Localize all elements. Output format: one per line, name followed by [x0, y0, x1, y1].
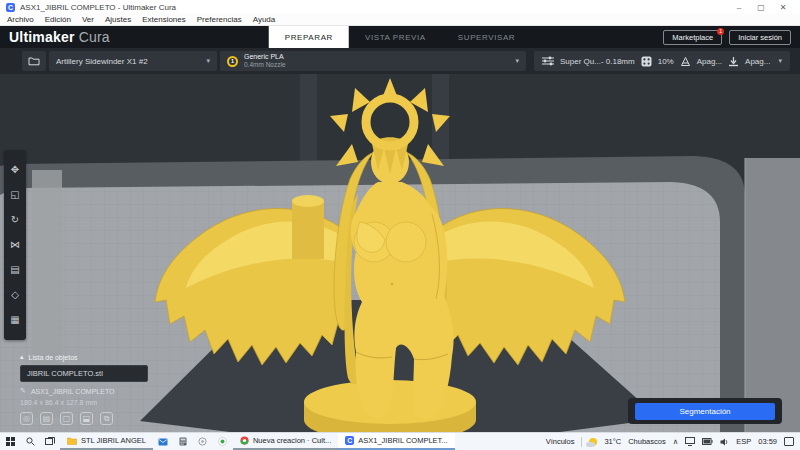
minimize-button[interactable]: – [728, 3, 750, 12]
cura-app-icon: C [345, 436, 354, 445]
infill-value: 10% [658, 57, 674, 66]
separator [581, 437, 582, 447]
object-dimensions: 180.4 x 86.4 x 127.8 mm [20, 399, 180, 406]
adhesion-icon [728, 56, 739, 67]
taskbar-browser-window[interactable]: Nueva creacion · Cult... [233, 433, 338, 450]
task-view-icon[interactable] [40, 433, 60, 450]
language-indicator[interactable]: ESP [736, 437, 751, 446]
caret-up-icon: ▴ [20, 353, 24, 361]
printer-name: Artillery Sidewinder X1 #2 [56, 57, 201, 66]
cura-header: Ultimaker Cura PREPARAR VISTA PREVIA SUP… [0, 26, 800, 48]
extruder-1-icon: 1 [227, 56, 238, 67]
custom-tool-icon[interactable]: ▦ [10, 315, 19, 325]
object-tools-row: ◎ ▤ ▢ ⬓ ⧉ [20, 412, 180, 425]
menu-ajustes[interactable]: Ajustes [105, 15, 131, 24]
adhesion-value: Apag... [745, 57, 770, 66]
support-value: Apag... [697, 57, 722, 66]
rotate-tool-icon[interactable]: ↻ [11, 215, 19, 225]
object-list-panel: ▴ Lista de objetos JIBRIL COMPLETO.stl ✎… [20, 353, 180, 425]
move-tool-icon[interactable]: ✥ [11, 165, 19, 175]
speaker-icon[interactable] [720, 438, 729, 446]
search-icon[interactable] [20, 433, 40, 450]
pc-network-icon[interactable] [685, 437, 695, 446]
support-blocker-icon[interactable]: ◇ [11, 290, 19, 300]
links-toolbar[interactable]: Vínculos [546, 437, 575, 446]
weather-temp[interactable]: 31°C [604, 437, 621, 446]
project-name-row[interactable]: ✎ ASX1_JIBRIL COMPLETO [20, 387, 180, 395]
maximize-button[interactable]: ▢ [750, 3, 772, 12]
slice-button[interactable]: Segmentación [635, 403, 775, 420]
menu-archivo[interactable]: Archivo [7, 15, 34, 24]
menu-edicion[interactable]: Edición [45, 15, 71, 24]
folder-icon [67, 437, 77, 445]
window-controls: – ▢ ✕ [728, 3, 794, 12]
chevron-down-icon: ▾ [778, 57, 782, 65]
support-icon [680, 56, 691, 67]
mirror-tool-icon[interactable]: ⋈ [10, 240, 20, 250]
viewport-3d[interactable]: ✥ ◱ ↻ ⋈ ▤ ◇ ▦ ▴ Lista de objetos JIBRIL … [0, 74, 800, 432]
chevron-down-icon: ▾ [206, 57, 210, 65]
profile-sliders-icon [542, 56, 554, 66]
titlebar: C ASX1_JIBRIL COMPLETO - Ultimaker Cura … [0, 0, 800, 14]
mail-icon[interactable] [153, 433, 173, 450]
battery-icon[interactable] [702, 438, 713, 445]
menu-extensiones[interactable]: Extensiones [142, 15, 186, 24]
tab-preparar[interactable]: PREPARAR [269, 26, 349, 48]
menubar: Archivo Edición Ver Ajustes Extensiones … [0, 14, 800, 26]
menu-ver[interactable]: Ver [82, 15, 94, 24]
close-button[interactable]: ✕ [772, 3, 794, 12]
material-selector[interactable]: 1 Generic PLA 0.4mm Nozzle ▾ [220, 51, 526, 71]
build-volume-right-wall [745, 158, 800, 432]
per-model-settings-icon[interactable]: ▤ [10, 265, 19, 275]
open-file-button[interactable] [22, 51, 46, 71]
printer-selector[interactable]: Artillery Sidewinder X1 #2 ▾ [49, 51, 217, 71]
print-settings-selector[interactable]: Super Qu...- 0.18mm 10% Apag... [534, 51, 790, 71]
chevron-down-icon: ▾ [515, 57, 519, 65]
tool-panel: ✥ ◱ ↻ ⋈ ▤ ◇ ▦ [4, 150, 26, 340]
material-name: Generic PLA [244, 53, 509, 61]
stage-tabs: PREPARAR VISTA PREVIA SUPERVISAR [269, 26, 532, 48]
object-tool-icon-1[interactable]: ◎ [20, 412, 33, 425]
taskbar-cura-window[interactable]: C ASX1_JIBRIL COMPLET... [338, 433, 454, 450]
tab-vista-previa[interactable]: VISTA PREVIA [349, 26, 442, 48]
nozzle-size: 0.4mm Nozzle [244, 61, 509, 68]
sign-in-button[interactable]: Iniciar sesión [729, 30, 791, 45]
browser-icon [240, 436, 249, 445]
taskbar-explorer-window[interactable]: STL JIBRIL ANGEL [60, 433, 153, 450]
scale-tool-icon[interactable]: ◱ [10, 190, 19, 200]
marketplace-button[interactable]: Marketplace 1 [663, 30, 722, 45]
green-app-icon[interactable] [213, 433, 233, 450]
tab-supervisar[interactable]: SUPERVISAR [442, 26, 531, 48]
clock[interactable]: 03:59 [758, 437, 777, 446]
window-title: ASX1_JIBRIL COMPLETO - Ultimaker Cura [20, 3, 176, 12]
folder-icon [28, 56, 40, 66]
start-button[interactable] [0, 433, 20, 450]
marketplace-notification-badge: 1 [717, 28, 724, 35]
cura-application-window: C ASX1_JIBRIL COMPLETO - Ultimaker Cura … [0, 0, 800, 450]
taskbar-right: Vínculos 31°C Chubascos ∧ ESP 03:59 [546, 433, 800, 450]
config-bar: Artillery Sidewinder X1 #2 ▾ 1 Generic P… [0, 48, 800, 74]
object-name-item[interactable]: JIBRIL COMPLETO.stl [20, 365, 148, 382]
weather-desc[interactable]: Chubascos [628, 437, 666, 446]
slice-panel: Segmentación [628, 398, 782, 424]
object-tool-icon-4[interactable]: ⬓ [80, 412, 93, 425]
pencil-icon: ✎ [20, 387, 26, 395]
object-tool-icon-5[interactable]: ⧉ [100, 412, 113, 425]
tray-chevron-icon[interactable]: ∧ [673, 437, 679, 446]
object-list-header[interactable]: ▴ Lista de objetos [20, 353, 180, 361]
weather-icon[interactable] [589, 438, 597, 446]
taskbar: STL JIBRIL ANGEL Nueva creacion · Cult..… [0, 432, 800, 450]
menu-ayuda[interactable]: Ayuda [253, 15, 276, 24]
cura-logo: Ultimaker Cura [9, 29, 110, 45]
tray-app-icon[interactable] [193, 433, 213, 450]
object-tool-icon-3[interactable]: ▢ [60, 412, 73, 425]
profile-label: Super Qu...- 0.18mm [560, 57, 635, 66]
infill-icon [641, 56, 652, 67]
menu-preferencias[interactable]: Preferencias [197, 15, 242, 24]
notification-center-icon[interactable] [784, 437, 794, 446]
object-tool-icon-2[interactable]: ▤ [40, 412, 53, 425]
calculator-icon[interactable] [173, 433, 193, 450]
model-cylinder [292, 201, 324, 259]
cura-app-icon: C [6, 3, 15, 12]
